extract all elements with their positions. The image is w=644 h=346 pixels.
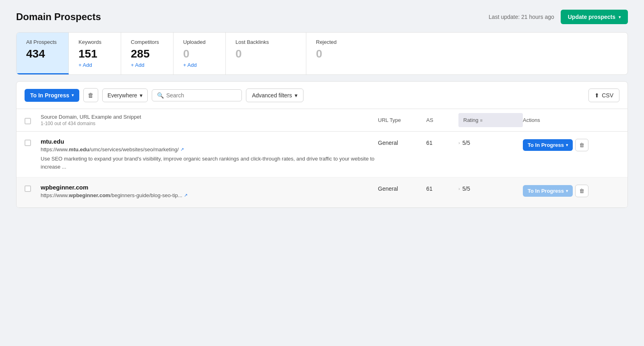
- row1-url-type: General: [378, 138, 426, 146]
- upload-icon: ⬆: [594, 92, 599, 99]
- row2-domain-info: wpbeginner.com https://www.wpbeginner.co…: [41, 184, 378, 201]
- stat-card-keywords[interactable]: Keywords 151 + Add: [69, 33, 121, 74]
- location-filter-button[interactable]: Everywhere ▾: [102, 89, 148, 102]
- row1-url-text: https://www.mtu.edu/umc/services/website…: [41, 146, 179, 152]
- external-link-icon[interactable]: ↗: [180, 147, 184, 152]
- table-header: Source Domain, URL Example and Snippet 1…: [17, 109, 627, 132]
- th-url-type: URL Type: [378, 117, 426, 123]
- last-update-label: Last update: 21 hours ago: [489, 14, 554, 20]
- row2-status-button[interactable]: To In Progress ▾: [523, 185, 573, 197]
- rating-sort-icon: ≡: [480, 118, 483, 123]
- row1-delete-button[interactable]: 🗑: [575, 139, 588, 151]
- stat-label-lost-backlinks: Lost Backlinks: [235, 39, 296, 45]
- row2-domain-url[interactable]: https://www.wpbeginner.com/beginners-gui…: [41, 192, 378, 198]
- search-input[interactable]: [166, 92, 237, 99]
- to-in-progress-button[interactable]: To In Progress ▾: [25, 89, 79, 102]
- advanced-filters-chevron-icon: ▾: [295, 92, 297, 99]
- stat-card-all-prospects[interactable]: All Prospects 434: [17, 33, 69, 74]
- stat-add-competitors[interactable]: + Add: [131, 62, 163, 68]
- row2-external-link-icon[interactable]: ↗: [184, 193, 188, 198]
- th-actions: Actions: [523, 117, 595, 123]
- stat-card-lost-backlinks[interactable]: Lost Backlinks 0: [226, 33, 306, 74]
- update-btn-chevron-icon: ▾: [619, 15, 621, 19]
- stat-card-rejected[interactable]: Rejected 0: [306, 33, 359, 74]
- page-title: Domain Prospects: [16, 11, 101, 23]
- row1-snippet: Use SEO marketing to expand your brand's…: [41, 155, 378, 171]
- stat-value-competitors: 285: [131, 47, 163, 60]
- th-rating[interactable]: Rating ≡: [458, 113, 523, 127]
- row2-actions-cell: To In Progress ▾ 🗑: [523, 184, 595, 197]
- row2-url-type: General: [378, 184, 426, 192]
- toolbar: To In Progress ▾ 🗑 Everywhere ▾ 🔍 Advanc…: [17, 82, 627, 109]
- csv-export-button[interactable]: ⬆ CSV: [588, 89, 619, 102]
- stat-card-competitors[interactable]: Competitors 285 + Add: [121, 33, 173, 74]
- row2-checkbox[interactable]: [25, 185, 31, 192]
- select-all-checkbox[interactable]: [25, 118, 31, 124]
- header-right: Last update: 21 hours ago Update prospec…: [489, 10, 628, 24]
- row1-domain-url[interactable]: https://www.mtu.edu/umc/services/website…: [41, 146, 378, 152]
- row1-domain-info: mtu.edu https://www.mtu.edu/umc/services…: [41, 138, 378, 171]
- row2-url-text: https://www.wpbeginner.com/beginners-gui…: [41, 192, 182, 198]
- row1-checkbox[interactable]: [25, 140, 31, 146]
- row1-actions-cell: To In Progress ▾ 🗑: [523, 138, 595, 151]
- row2-checkbox-cell: [25, 184, 41, 192]
- stat-value-keywords: 151: [78, 47, 111, 60]
- location-chevron-icon: ▾: [140, 92, 142, 99]
- search-icon: 🔍: [157, 92, 164, 99]
- row2-rating-cell: › 5/5: [458, 184, 523, 192]
- stat-label-uploaded: Uploaded: [183, 39, 216, 45]
- stat-add-keywords[interactable]: + Add: [78, 62, 111, 68]
- to-in-progress-chevron-icon: ▾: [72, 93, 74, 97]
- stat-add-uploaded[interactable]: + Add: [183, 62, 216, 68]
- header-checkbox-cell: [25, 116, 41, 124]
- row1-status-chevron-icon: ▾: [566, 143, 568, 147]
- row1-rating-value: 5/5: [462, 140, 470, 146]
- th-rating-label: Rating: [463, 117, 479, 123]
- stat-value-rejected: 0: [316, 47, 349, 60]
- trash-icon: 🗑: [88, 92, 94, 99]
- row1-status-button[interactable]: To In Progress ▾: [523, 139, 573, 151]
- row1-as-value: 61: [426, 138, 458, 146]
- advanced-filters-label: Advanced filters: [252, 92, 292, 99]
- th-source-domain-sub: 1-100 out of 434 domains: [41, 121, 378, 126]
- advanced-filters-button[interactable]: Advanced filters ▾: [246, 89, 303, 102]
- row2-rating-chevron-icon: ›: [458, 186, 460, 191]
- th-as: AS: [426, 117, 458, 123]
- row1-status-label: To In Progress: [528, 142, 564, 148]
- stats-row: All Prospects 434 Keywords 151 + Add Com…: [16, 32, 628, 75]
- toolbar-delete-button[interactable]: 🗑: [83, 88, 98, 102]
- location-label: Everywhere: [107, 92, 137, 99]
- th-source-domain: Source Domain, URL Example and Snippet 1…: [41, 114, 378, 126]
- stat-label-all: All Prospects: [26, 39, 59, 45]
- table-row: wpbeginner.com https://www.wpbeginner.co…: [17, 177, 627, 208]
- row2-delete-button[interactable]: 🗑: [575, 185, 588, 197]
- th-rating-wrapper[interactable]: Rating ≡: [458, 113, 523, 127]
- stat-value-lost-backlinks: 0: [235, 47, 296, 60]
- stat-label-competitors: Competitors: [131, 39, 163, 45]
- row2-trash-icon: 🗑: [579, 188, 584, 194]
- search-input-wrapper[interactable]: 🔍: [152, 89, 242, 101]
- th-source-domain-label: Source Domain, URL Example and Snippet: [41, 114, 378, 120]
- row1-domain-name: mtu.edu: [41, 138, 378, 145]
- stat-value-uploaded: 0: [183, 47, 216, 60]
- stat-value-all: 434: [26, 47, 59, 60]
- row1-trash-icon: 🗑: [579, 142, 584, 148]
- row1-checkbox-cell: [25, 138, 41, 146]
- table-row: mtu.edu https://www.mtu.edu/umc/services…: [17, 132, 627, 177]
- row2-status-label: To In Progress: [528, 188, 564, 194]
- csv-label: CSV: [602, 92, 613, 99]
- main-content-card: To In Progress ▾ 🗑 Everywhere ▾ 🔍 Advanc…: [16, 81, 628, 208]
- page-header: Domain Prospects Last update: 21 hours a…: [16, 10, 628, 24]
- update-prospects-button[interactable]: Update prospects ▾: [561, 10, 628, 24]
- row2-domain-name: wpbeginner.com: [41, 184, 378, 191]
- to-in-progress-label: To In Progress: [30, 92, 69, 99]
- stat-label-keywords: Keywords: [78, 39, 111, 45]
- row1-rating-cell: › 5/5: [458, 138, 523, 146]
- row2-as-value: 61: [426, 184, 458, 192]
- update-btn-label: Update prospects: [568, 14, 615, 20]
- rating-chevron-icon: ›: [458, 140, 460, 145]
- stat-label-rejected: Rejected: [316, 39, 349, 45]
- stat-card-uploaded[interactable]: Uploaded 0 + Add: [173, 33, 226, 74]
- row2-status-chevron-icon: ▾: [566, 189, 568, 193]
- row2-rating-value: 5/5: [462, 185, 470, 192]
